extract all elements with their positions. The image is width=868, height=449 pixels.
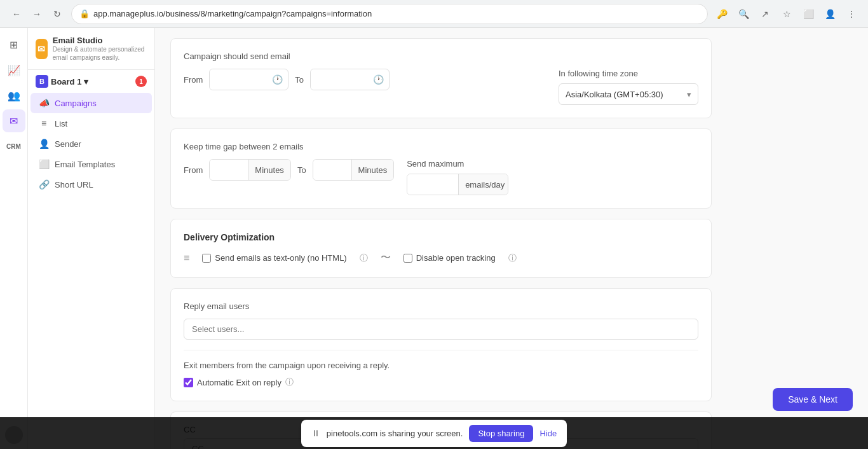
browser-toolbar: 🔑 🔍 ↗ ☆ ⬜ 👤 ⋮ — [713, 5, 860, 23]
send-max-field[interactable]: 100 — [407, 174, 458, 195]
send-time-row: From 8:00 AM 🕐 To 10:00 PM 🕐 — [184, 69, 546, 90]
tab-icon[interactable]: ⬜ — [799, 5, 817, 23]
browser-nav: ← → ↻ — [8, 5, 66, 23]
board-name: Board 1 — [51, 77, 81, 86]
campaign-send-label: Campaign should send email — [184, 52, 698, 61]
share-icon[interactable]: ↗ — [756, 5, 774, 23]
sidebar-icon-grid[interactable]: ⊞ — [3, 33, 25, 56]
wave-icon: 〜 — [381, 251, 391, 265]
gap-to-unit: Minutes — [351, 160, 394, 180]
select-users-input[interactable] — [184, 319, 698, 340]
timezone-label: In following time zone — [559, 69, 698, 78]
sender-icon: 👤 — [38, 139, 50, 149]
gap-from-label: From — [184, 165, 203, 175]
profile-icon[interactable]: 👤 — [821, 5, 839, 23]
auto-exit-info-icon: ⓘ — [285, 376, 294, 388]
lock-icon: 🔒 — [79, 9, 90, 18]
sidebar-item-campaigns[interactable]: 📣 Campaigns — [31, 93, 152, 113]
to-label: To — [295, 75, 304, 85]
sidebar-item-sender[interactable]: 👤 Sender — [31, 134, 152, 154]
send-max-unit: emails/day — [458, 174, 508, 195]
stop-sharing-button[interactable]: Stop sharing — [469, 425, 533, 442]
refresh-button[interactable]: ↻ — [48, 5, 66, 23]
reply-email-card: Reply email users Exit members from the … — [170, 288, 712, 401]
save-next-button[interactable]: Save & Next — [773, 388, 853, 411]
time-gap-label: Keep time gap between 2 emails — [184, 142, 698, 151]
star-icon[interactable]: ☆ — [778, 5, 796, 23]
forward-button[interactable]: → — [28, 5, 46, 23]
sidebar-icon-users[interactable]: 👥 — [3, 84, 25, 107]
disable-tracking-checkbox[interactable] — [403, 254, 412, 263]
icon-sidebar: ⊞ 📈 👥 ✉ CRM — [0, 28, 28, 449]
templates-icon: ⬜ — [38, 159, 50, 169]
gap-to-field[interactable]: 10 — [313, 160, 351, 180]
templates-label: Email Templates — [55, 160, 115, 169]
campaigns-label: Campaigns — [55, 99, 97, 108]
from-label: From — [184, 75, 203, 85]
from-clock-icon: 🕐 — [267, 74, 288, 85]
section-divider — [184, 350, 698, 350]
gap-from-unit: Minutes — [248, 160, 290, 180]
info-icon-2: ⓘ — [508, 252, 517, 264]
browser-bar: ← → ↻ 🔒 app.manageplus.io/business/8/mar… — [0, 0, 868, 28]
hide-link[interactable]: Hide — [539, 429, 557, 438]
sidebar-item-short-url[interactable]: 🔗 Short URL — [31, 174, 152, 195]
sidebar-item-list[interactable]: ≡ List — [31, 113, 152, 134]
pause-icon: ⏸ — [311, 428, 320, 438]
text-only-option[interactable]: Send emails as text-only (no HTML) — [202, 253, 346, 263]
sidebar-icon-chart[interactable]: 📈 — [3, 59, 25, 81]
from-time-input[interactable]: 8:00 AM 🕐 — [209, 69, 288, 90]
board-selector[interactable]: B Board 1 ▾ 1 — [28, 70, 154, 93]
board-badge: 1 — [135, 76, 147, 87]
search-icon[interactable]: 🔍 — [735, 5, 752, 23]
disable-tracking-option[interactable]: Disable open tracking — [403, 253, 496, 263]
main-sidebar: ✉ Email Studio Design & automate persona… — [28, 28, 155, 449]
reply-email-label: Reply email users — [184, 301, 698, 311]
board-icon: B — [36, 75, 48, 88]
lines-icon: ≡ — [184, 252, 189, 264]
email-studio-logo: ✉ — [36, 39, 48, 59]
email-studio-title: Email Studio — [53, 36, 147, 45]
list-label: List — [55, 119, 67, 128]
address-bar[interactable]: 🔒 app.manageplus.io/business/8/marketing… — [71, 4, 708, 24]
time-gap-card: Keep time gap between 2 emails From 5 Mi… — [170, 128, 712, 209]
auto-exit-option[interactable]: Automatic Exit on reply ⓘ — [184, 376, 698, 388]
url-label: Short URL — [55, 180, 93, 190]
url-text: app.manageplus.io/business/8/marketing/c… — [93, 9, 372, 18]
campaigns-icon: 📣 — [38, 98, 50, 108]
sender-label: Sender — [55, 139, 81, 149]
email-studio-subtitle: Design & automate personalized email cam… — [53, 45, 147, 62]
campaign-send-email-card: Campaign should send email From 8:00 AM … — [170, 38, 712, 118]
disable-tracking-label: Disable open tracking — [416, 253, 496, 263]
gap-from-field[interactable]: 5 — [210, 160, 248, 180]
board-chevron: ▾ — [84, 77, 88, 86]
to-clock-icon: 🕐 — [368, 74, 389, 85]
auto-exit-checkbox[interactable] — [184, 378, 193, 387]
gap-to-input[interactable]: 10 Minutes — [313, 159, 395, 181]
time-gap-row: From 5 Minutes To 10 Minutes — [184, 159, 394, 181]
key-icon[interactable]: 🔑 — [713, 5, 731, 23]
text-only-checkbox[interactable] — [202, 254, 211, 263]
menu-icon[interactable]: ⋮ — [843, 5, 860, 23]
notification-content: ⏸ pinetools.com is sharing your screen. … — [301, 420, 567, 447]
sidebar-icon-email[interactable]: ✉ — [3, 109, 25, 132]
timezone-dropdown[interactable]: Asia/Kolkata (GMT+05:30) ▾ — [559, 83, 698, 105]
sidebar-item-email-templates[interactable]: ⬜ Email Templates — [31, 154, 152, 174]
notification-bar: ⏸ pinetools.com is sharing your screen. … — [0, 417, 868, 449]
timezone-value: Asia/Kolkata (GMT+05:30) — [566, 90, 663, 99]
gap-from-input[interactable]: 5 Minutes — [209, 159, 291, 181]
url-icon: 🔗 — [38, 179, 50, 190]
delivery-title: Delivery Optimization — [184, 232, 698, 242]
to-time-input[interactable]: 10:00 PM 🕐 — [310, 69, 390, 90]
delivery-options: ≡ Send emails as text-only (no HTML) ⓘ 〜… — [184, 251, 698, 265]
send-max-input[interactable]: 100 emails/day — [407, 174, 508, 195]
email-studio-info: Email Studio Design & automate personali… — [53, 36, 147, 62]
content-area: Campaign should send email From 8:00 AM … — [155, 28, 868, 449]
sidebar-icon-crm[interactable]: CRM — [3, 135, 25, 158]
to-time-field[interactable]: 10:00 PM — [311, 69, 368, 90]
list-icon: ≡ — [38, 118, 50, 128]
text-only-label: Send emails as text-only (no HTML) — [215, 253, 346, 263]
from-time-field[interactable]: 8:00 AM — [210, 69, 267, 90]
send-max-label: Send maximum — [407, 159, 508, 169]
back-button[interactable]: ← — [8, 5, 25, 23]
